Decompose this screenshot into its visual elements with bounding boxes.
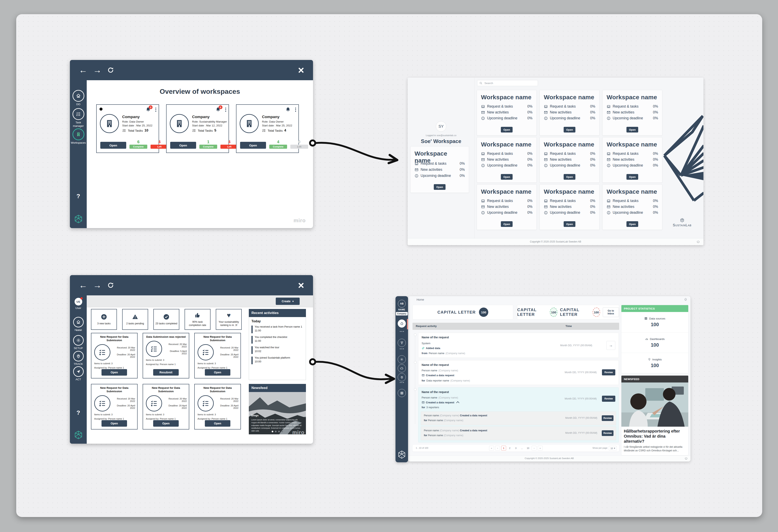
activity-item[interactable]: You joined Sustainlab platform 10:00 — [251, 356, 303, 364]
review-button[interactable]: Review — [602, 430, 614, 436]
power-icon[interactable] — [697, 240, 700, 243]
power-icon[interactable] — [685, 457, 688, 460]
search-box[interactable] — [477, 80, 538, 86]
open-button[interactable]: Open — [501, 174, 513, 180]
sidebar-item-data-tables[interactable] — [398, 389, 406, 397]
notifications-bell-icon[interactable] — [285, 107, 291, 112]
reporter-sub-row[interactable]: Person name (Company name) Created a dat… — [421, 427, 616, 440]
back-icon[interactable]: ← — [79, 66, 87, 74]
page-button[interactable]: ‹ — [495, 446, 500, 451]
open-request-arrow-button[interactable]: → — [606, 341, 615, 350]
open-button[interactable]: Open — [501, 127, 513, 133]
breadcrumb[interactable]: Home — [416, 298, 424, 301]
close-icon[interactable]: × — [298, 280, 304, 291]
sidebar-item-task-manager[interactable]: Task manager — [70, 108, 87, 128]
page-button[interactable]: « — [489, 446, 494, 451]
forward-icon[interactable]: → — [93, 281, 101, 290]
page-button[interactable]: 2 — [507, 446, 512, 451]
task-action-button[interactable]: Open — [205, 369, 230, 376]
kebab-menu-icon[interactable] — [295, 107, 296, 112]
task-action-button[interactable]: Open — [101, 369, 127, 376]
total-tasks-label: Total Tasks — [198, 129, 213, 132]
open-workspace-button[interactable]: Open — [240, 142, 266, 149]
notifications-bell-icon[interactable] — [684, 298, 687, 301]
per-page-select[interactable]: 10▾ — [609, 446, 617, 451]
newsfeed-carousel[interactable]: Blogs Lorem ipsum dolor sit amet, consec… — [249, 392, 306, 434]
stat-tasks-completed[interactable]: 23 tasks completed — [153, 309, 179, 330]
sidebar-item-act[interactable]: ACT — [70, 366, 87, 381]
deadline-date: Deadline: 20 April 2022 — [216, 353, 238, 358]
open-button[interactable]: Open — [434, 184, 446, 190]
refresh-icon[interactable] — [107, 282, 114, 289]
stat-sustainability-ranking[interactable]: ♥ Your sustainability ranking is nr. 3! — [216, 309, 242, 330]
page-button[interactable]: 1 — [501, 446, 506, 451]
open-button[interactable]: Open — [564, 127, 575, 133]
activity-item[interactable]: You completed the checklist 11:00 — [251, 335, 303, 344]
avatar[interactable]: AB — [398, 300, 406, 308]
page-button[interactable]: » — [538, 446, 543, 451]
notifications-bell-icon[interactable]: 5 — [215, 107, 221, 112]
request-row[interactable]: Name of the request Person name (Company… — [418, 360, 619, 385]
review-button[interactable]: Review — [602, 369, 615, 375]
open-button[interactable]: Open — [564, 174, 575, 180]
task-action-button[interactable]: Open — [101, 420, 127, 427]
go-to-inbox-button[interactable]: Go to Inbox — [603, 307, 619, 317]
sidebar-item-setup[interactable]: SETUP — [70, 335, 87, 350]
carousel-dots[interactable] — [272, 431, 283, 432]
day-label: Today — [251, 319, 303, 323]
forward-icon[interactable]: → — [93, 66, 101, 74]
stat-new-tasks[interactable]: 3 new tasks — [91, 309, 117, 330]
stat-insights[interactable]: Insights 100 — [621, 353, 688, 373]
sidebar-item-location[interactable] — [398, 373, 406, 381]
company-badge[interactable]: Company — [396, 312, 408, 315]
open-button[interactable]: Open — [501, 221, 513, 227]
sidebar-item-settings[interactable] — [398, 355, 406, 364]
request-row-system[interactable]: Name of the request System Added data fr… — [418, 333, 619, 358]
open-button[interactable]: Open — [626, 221, 638, 227]
open-button[interactable]: Open — [626, 174, 638, 180]
page-button[interactable]: ... — [520, 446, 524, 451]
refresh-icon[interactable] — [107, 67, 114, 74]
kebab-menu-icon[interactable] — [225, 107, 226, 112]
open-workspace-button[interactable]: Open — [170, 142, 196, 149]
stat-data-sources[interactable]: Data sources 100 — [621, 312, 688, 332]
review-button[interactable]: Review — [602, 415, 614, 421]
activity-item[interactable]: You watched the tour 10:02 — [251, 346, 303, 354]
task-action-button[interactable]: Open — [205, 420, 230, 427]
open-workspace-button[interactable]: Open — [100, 142, 126, 149]
stat-dashboards[interactable]: Dashboards 100 — [621, 332, 688, 353]
sidebar-item-workspaces[interactable]: Workspaces — [70, 129, 87, 145]
article-title[interactable]: Hållbarhetsrapportering efter Omnibus: V… — [624, 429, 686, 444]
page-button[interactable]: 10 — [526, 446, 530, 451]
avatar[interactable]: SY — [436, 121, 446, 132]
collapse-icon[interactable] — [456, 401, 460, 404]
reporter-sub-row[interactable]: Person name (Company name) Created a dat… — [421, 411, 616, 425]
open-button[interactable]: Open — [626, 127, 638, 133]
task-action-button[interactable]: Resubmit — [153, 369, 179, 376]
stat-completion-rate[interactable]: 90% task completion rate — [184, 309, 211, 330]
sidebar-item-cloud[interactable] — [398, 364, 406, 372]
back-icon[interactable]: ← — [79, 281, 87, 290]
help-button[interactable]: ? — [70, 409, 87, 416]
article-photo[interactable] — [621, 382, 688, 427]
search-input[interactable] — [484, 81, 536, 85]
review-button[interactable]: Review — [602, 396, 615, 402]
kebab-menu-icon[interactable] — [155, 107, 156, 112]
sidebar-item-track[interactable]: TRACK — [70, 351, 87, 366]
notifications-bell-icon[interactable]: 3 — [146, 107, 151, 112]
sidebar-item-home[interactable]: Home — [70, 317, 87, 332]
request-row-expanded[interactable]: Name of the request Person name (Company… — [418, 387, 619, 443]
help-button[interactable]: ? — [70, 193, 87, 200]
sidebar-item-network[interactable] — [398, 339, 406, 347]
sidebar-item-home[interactable] — [398, 319, 406, 327]
task-action-button[interactable]: Open — [153, 420, 179, 427]
close-icon[interactable]: × — [298, 65, 304, 75]
activity-item[interactable]: You received a task from Person name 1 1… — [251, 325, 303, 333]
page-button[interactable]: 3 — [514, 446, 518, 451]
page-button[interactable]: › — [532, 446, 537, 451]
sidebar-item-do[interactable]: DO — [70, 90, 87, 106]
sidebar-user[interactable]: US User — [70, 298, 87, 310]
open-button[interactable]: Open — [564, 221, 575, 227]
stat-tasks-pending[interactable]: 2 tasks pending — [122, 309, 148, 330]
create-button[interactable]: Create▾ — [276, 298, 300, 305]
